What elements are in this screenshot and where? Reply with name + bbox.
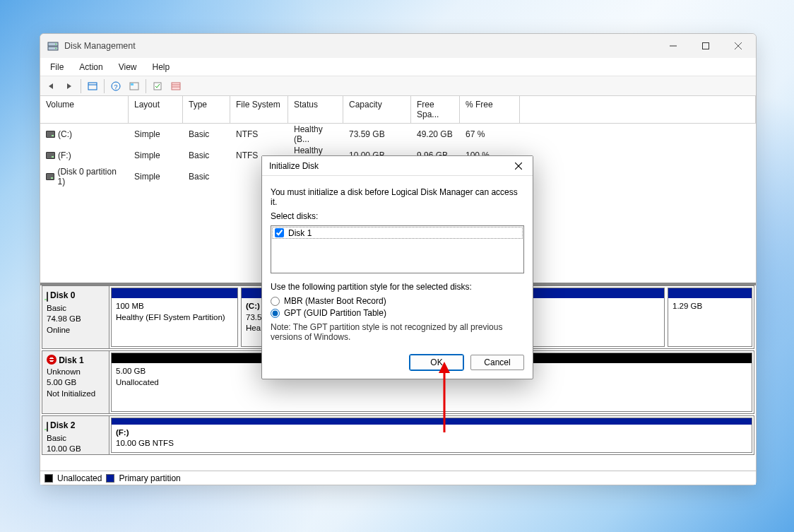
titlebar[interactable]: Disk Management (40, 34, 756, 58)
forward-button[interactable] (61, 78, 77, 94)
vol-layout: Simple (129, 124, 183, 145)
mbr-radio[interactable] (271, 297, 280, 306)
window-title: Disk Management (64, 41, 136, 51)
legend-label-unallocated: Unallocated (57, 473, 102, 483)
disk-2-info: Disk 2 Basic 10.00 GB (42, 416, 109, 454)
menu-file[interactable]: File (43, 60, 71, 74)
col-pctfree[interactable]: % Free (460, 96, 520, 123)
disk-2-partitions: (F:)10.00 GB NTFS (109, 416, 754, 454)
disk-1-info: Disk 1 Unknown 5.00 GB Not Initialized (42, 351, 109, 413)
partition[interactable]: (F:)10.00 GB NTFS (111, 418, 752, 453)
mbr-label: MBR (Master Boot Record) (284, 296, 386, 306)
col-status[interactable]: Status (288, 96, 343, 123)
refresh-button[interactable] (126, 78, 142, 94)
partition[interactable]: 1.29 GB (668, 288, 752, 347)
legend-swatch-primary (106, 474, 114, 483)
maximize-button[interactable] (689, 35, 722, 57)
dialog-note: Note: The GPT partition style is not rec… (271, 322, 524, 342)
vol-name: (C:) (40, 124, 129, 145)
disk-state: Not Initialized (47, 389, 95, 398)
view-button[interactable] (85, 78, 100, 94)
disk-icon (47, 422, 48, 433)
disk-type: Basic (47, 434, 66, 442)
dialog-body: You must initialize a disk before Logica… (262, 176, 533, 349)
legend: Unallocated Primary partition (40, 471, 756, 485)
app-icon (47, 40, 59, 52)
list-button[interactable] (168, 78, 184, 94)
partition-style-label: Use the following partition style for th… (271, 282, 524, 292)
disk-type: Unknown (47, 367, 81, 376)
partition-body: 1.29 GB (668, 298, 752, 346)
partition-bar (668, 288, 752, 298)
menubar: File Action View Help (40, 58, 756, 76)
disk-size: 10.00 GB (47, 444, 81, 453)
svg-rect-13 (131, 83, 134, 85)
partition-bar (112, 288, 237, 298)
drive-icon (46, 173, 54, 180)
properties-button[interactable] (150, 78, 165, 94)
toolbar: ? (40, 76, 756, 96)
menu-view[interactable]: View (112, 60, 144, 74)
col-layout[interactable]: Layout (129, 96, 183, 123)
partition[interactable]: 100 MBHealthy (EFI System Partition) (111, 288, 238, 347)
gpt-radio[interactable] (271, 309, 280, 318)
svg-rect-5 (703, 43, 709, 49)
cancel-button[interactable]: Cancel (470, 355, 524, 370)
ok-button[interactable]: OK (410, 355, 463, 370)
col-filesystem[interactable]: File System (230, 96, 288, 123)
col-extra (520, 96, 756, 123)
col-free[interactable]: Free Spa... (411, 96, 460, 123)
legend-label-primary: Primary partition (119, 473, 180, 483)
menu-action[interactable]: Action (72, 60, 109, 74)
vol-capacity: 73.59 GB (343, 124, 411, 145)
dialog-close-button[interactable] (509, 158, 528, 174)
partition-body: 100 MBHealthy (EFI System Partition) (112, 298, 237, 346)
partition-body: (F:)10.00 GB NTFS (112, 425, 752, 452)
svg-text:?: ? (114, 83, 117, 90)
disk-1-checkbox[interactable] (275, 228, 284, 237)
disk-type: Basic (47, 304, 66, 312)
help-button[interactable]: ? (108, 78, 124, 94)
gpt-label: GPT (GUID Partition Table) (284, 308, 386, 318)
disk-size: 74.98 GB (47, 314, 81, 323)
dialog-actions: OK Cancel (262, 349, 533, 379)
vol-type: Basic (183, 124, 230, 145)
disk-select-list[interactable]: Disk 1 (271, 225, 524, 273)
minimize-button[interactable] (657, 35, 689, 57)
col-capacity[interactable]: Capacity (343, 96, 411, 123)
close-button[interactable] (722, 35, 754, 57)
drive-icon (46, 152, 55, 159)
separator (146, 79, 146, 93)
disk-title: Disk 2 (50, 420, 75, 430)
volume-row[interactable]: (C:)SimpleBasicNTFSHealthy (B...73.59 GB… (40, 124, 756, 145)
disk-select-item[interactable]: Disk 1 (272, 227, 523, 239)
mbr-option[interactable]: MBR (Master Boot Record) (271, 296, 524, 306)
vol-name: (F:) (40, 145, 129, 166)
col-type[interactable]: Type (183, 96, 230, 123)
drive-icon (46, 131, 55, 138)
disk-title: Disk 1 (59, 355, 83, 365)
col-volume[interactable]: Volume (40, 96, 129, 123)
disk-0-info: Disk 0 Basic 74.98 GB Online (42, 286, 109, 348)
menu-help[interactable]: Help (146, 60, 177, 74)
vol-fs: NTFS (230, 124, 288, 145)
vol-type: Basic (183, 145, 230, 166)
back-button[interactable] (43, 78, 59, 94)
disk-title: Disk 0 (50, 290, 75, 300)
disk-icon (47, 292, 48, 303)
vol-free: 49.20 GB (411, 124, 460, 145)
vol-layout: Simple (129, 145, 183, 166)
vol-pct: 67 % (460, 124, 520, 145)
dialog-message: You must initialize a disk before Logica… (271, 187, 524, 207)
disk-size: 5.00 GB (47, 378, 76, 386)
dialog-title: Initialize Disk (269, 161, 319, 171)
dialog-titlebar[interactable]: Initialize Disk (262, 156, 533, 176)
disk-2-row[interactable]: Disk 2 Basic 10.00 GB (F:)10.00 GB NTFS (42, 415, 754, 455)
initialize-disk-dialog: Initialize Disk You must initialize a di… (261, 155, 533, 379)
disk-state: Online (47, 326, 70, 334)
svg-rect-8 (88, 83, 97, 90)
svg-point-2 (55, 44, 57, 45)
separator (104, 79, 105, 93)
vol-type: Basic (183, 166, 230, 187)
gpt-option[interactable]: GPT (GUID Partition Table) (271, 308, 524, 318)
